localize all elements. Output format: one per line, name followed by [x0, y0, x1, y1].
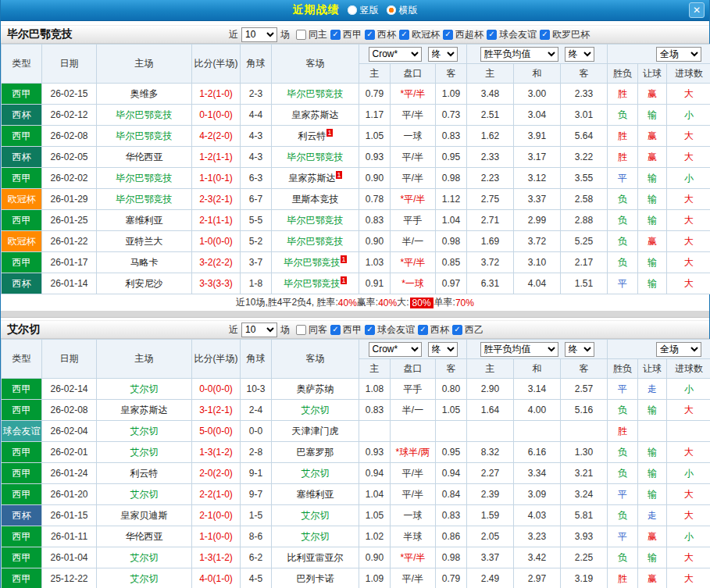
- team-name[interactable]: 皇家贝迪斯: [121, 510, 168, 521]
- layout-vertical-option[interactable]: 竖版: [348, 4, 379, 17]
- team-name[interactable]: 毕尔巴鄂竞技: [116, 109, 173, 120]
- team-name[interactable]: 毕尔巴鄂竞技: [116, 173, 173, 184]
- checkbox-icon[interactable]: ✓: [365, 325, 375, 335]
- filter-西甲[interactable]: ✓西甲: [330, 323, 362, 337]
- team-name[interactable]: 毕尔巴鄂竞技: [287, 236, 344, 247]
- match-date: 26-01-24: [42, 463, 97, 484]
- near-games-select[interactable]: 10: [241, 27, 277, 42]
- team-name[interactable]: 艾尔切: [301, 531, 330, 542]
- radio-unselected-icon[interactable]: [348, 5, 357, 15]
- near-games-select[interactable]: 10: [241, 323, 277, 337]
- checkbox-icon[interactable]: ✓: [443, 30, 453, 40]
- filter-球会友谊[interactable]: ✓球会友谊: [487, 28, 537, 41]
- checkbox-icon[interactable]: ✓: [330, 30, 341, 40]
- odds-final-select[interactable]: 终: [428, 47, 458, 62]
- team-name[interactable]: 奥萨苏纳: [297, 383, 334, 394]
- scope-select[interactable]: 全场: [656, 47, 701, 62]
- team-name[interactable]: 比利亚雷亚尔: [287, 552, 344, 563]
- team-name[interactable]: 艾尔切: [301, 404, 330, 415]
- team-name[interactable]: 皇家苏斯达: [292, 109, 339, 120]
- filter-西杯[interactable]: ✓西杯: [418, 323, 449, 337]
- filter-西超杯[interactable]: ✓西超杯: [443, 28, 483, 41]
- home-team: 艾尔切: [97, 484, 192, 505]
- filter-欧罗巴杯[interactable]: ✓欧罗巴杯: [540, 28, 590, 41]
- team-name[interactable]: 毕尔巴鄂竞技: [287, 151, 344, 162]
- team-name[interactable]: 艾尔切: [130, 383, 159, 394]
- checkbox-icon[interactable]: [296, 325, 306, 335]
- elche-results-table: 类型 日期 主场 比分(半场) 角球 客场 Crow* 终 胜平负均值: [1, 339, 710, 588]
- avg-odds-select[interactable]: 胜平负均值: [480, 47, 558, 62]
- bookmaker-select[interactable]: Crow*: [369, 342, 422, 357]
- team-name[interactable]: 华伦西亚: [126, 531, 163, 542]
- team-name[interactable]: 巴列卡诺: [297, 573, 334, 584]
- team-name[interactable]: 艾尔切: [130, 426, 159, 437]
- checkbox-icon[interactable]: [296, 30, 306, 40]
- team-name[interactable]: 利云特: [130, 468, 159, 479]
- match-row: 西甲26-02-01艾尔切1-3(1-2)2-8巴塞罗那0.93*球半/两0.9…: [2, 442, 710, 463]
- team-name[interactable]: 毕尔巴鄂竞技: [116, 194, 173, 205]
- avg-home: 2.49: [467, 568, 514, 588]
- team-name[interactable]: 艾尔切: [130, 552, 159, 563]
- checkbox-icon[interactable]: ✓: [540, 30, 550, 40]
- avg-home: 3.48: [467, 84, 514, 105]
- away-team: 毕尔巴鄂竞技: [272, 210, 359, 231]
- result-handicap: 输: [638, 189, 667, 210]
- checkbox-icon[interactable]: ✓: [452, 325, 462, 335]
- team-name[interactable]: 艾尔切: [130, 489, 159, 500]
- layout-horizontal-option[interactable]: 横版: [387, 4, 418, 17]
- team-name[interactable]: 毕尔巴鄂竞技: [287, 215, 344, 226]
- team-name-title: 艾尔切: [7, 323, 40, 337]
- team-name[interactable]: 天津津门虎: [292, 426, 339, 437]
- result-wdl: 负: [608, 231, 638, 252]
- checkbox-icon[interactable]: ✓: [365, 30, 375, 40]
- filter-欧冠杯[interactable]: ✓欧冠杯: [399, 28, 440, 41]
- team-name[interactable]: 艾尔切: [301, 468, 330, 479]
- team-name[interactable]: 亚特兰大: [126, 236, 163, 247]
- team-name[interactable]: 利安尼沙: [126, 278, 163, 289]
- filter-同客[interactable]: 同客: [296, 323, 327, 337]
- team-name[interactable]: 巴塞罗那: [297, 447, 334, 458]
- radio-selected-icon[interactable]: [387, 5, 396, 15]
- odds-away: 1.04: [436, 210, 467, 231]
- team-name[interactable]: 奥维多: [130, 88, 159, 99]
- checkbox-icon[interactable]: ✓: [487, 30, 497, 40]
- team-name[interactable]: 毕尔巴鄂竞技: [287, 88, 344, 99]
- team-name[interactable]: 毕尔巴鄂竞技: [284, 257, 340, 268]
- filter-西乙[interactable]: ✓西乙: [452, 323, 483, 337]
- avg-final-select[interactable]: 终: [565, 47, 594, 62]
- checkbox-icon[interactable]: ✓: [330, 325, 341, 335]
- corner-count: 4-3: [241, 147, 272, 168]
- checkbox-icon[interactable]: ✓: [399, 30, 409, 40]
- avg-draw: 4.00: [514, 400, 561, 421]
- team-name[interactable]: 艾尔切: [130, 447, 159, 458]
- odds-final-select[interactable]: 终: [428, 342, 458, 357]
- avg-odds-select[interactable]: 胜平负均值: [480, 342, 558, 357]
- team-name[interactable]: 华伦西亚: [126, 151, 163, 162]
- team-name[interactable]: 利云特: [298, 130, 326, 141]
- sub-header-avg-away: 客: [561, 64, 608, 84]
- result-goals: 大: [667, 189, 710, 210]
- team-name[interactable]: 马略卡: [130, 257, 159, 268]
- team-name[interactable]: 艾尔切: [301, 510, 330, 521]
- team-name[interactable]: 皇家苏斯达: [121, 404, 168, 415]
- team-name[interactable]: 毕尔巴鄂竞技: [284, 278, 340, 289]
- team-name[interactable]: 艾尔切: [130, 573, 159, 584]
- filter-西甲[interactable]: ✓西甲: [330, 28, 362, 41]
- team-name[interactable]: 里斯本竞技: [292, 194, 339, 205]
- filter-同主[interactable]: 同主: [296, 28, 327, 41]
- scope-select[interactable]: 全场: [656, 342, 701, 357]
- filter-label: 同主: [309, 28, 327, 41]
- filter-西杯[interactable]: ✓西杯: [365, 28, 396, 41]
- filter-球会友谊[interactable]: ✓球会友谊: [365, 323, 415, 337]
- team-name[interactable]: 塞维利亚: [297, 489, 334, 500]
- team-name[interactable]: 塞维利亚: [126, 215, 163, 226]
- team-name[interactable]: 毕尔巴鄂竞技: [116, 130, 173, 141]
- avg-final-select[interactable]: 终: [565, 342, 594, 357]
- bookmaker-select[interactable]: Crow*: [369, 47, 422, 62]
- close-button[interactable]: ✕: [689, 2, 705, 18]
- checkbox-icon[interactable]: ✓: [418, 325, 428, 335]
- handicap-line: *平/半: [391, 252, 436, 273]
- team-name[interactable]: 皇家苏斯达: [288, 173, 335, 184]
- league-filter-group: 同主✓西甲✓西杯✓欧冠杯✓西超杯✓球会友谊✓欧罗巴杯: [293, 28, 590, 41]
- match-row: 西甲25-12-22艾尔切4-0(1-0)4-5巴列卡诺1.09平/半0.792…: [2, 568, 710, 588]
